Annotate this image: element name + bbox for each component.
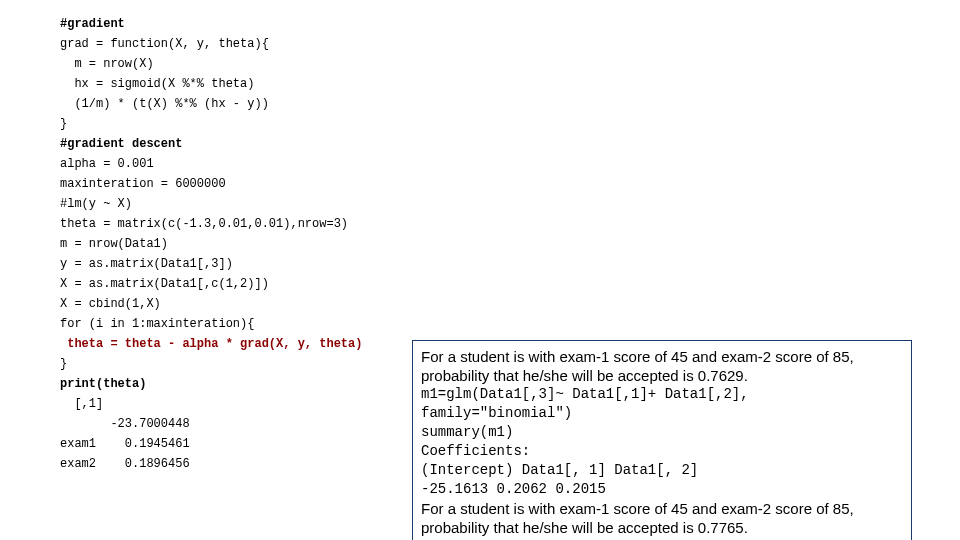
code-line: X = cbind(1,X) bbox=[60, 294, 362, 314]
code-line: exam2 0.1896456 bbox=[60, 454, 362, 474]
code-line: maxinteration = 6000000 bbox=[60, 174, 362, 194]
code-line: m = nrow(Data1) bbox=[60, 234, 362, 254]
code-line: exam1 0.1945461 bbox=[60, 434, 362, 454]
code-line: X = as.matrix(Data1[,c(1,2)]) bbox=[60, 274, 362, 294]
annotation-line: For a student is with exam-1 score of 45… bbox=[421, 347, 903, 385]
annotation-line: summary(m1) bbox=[421, 423, 903, 442]
code-line: #lm(y ~ X) bbox=[60, 194, 362, 214]
code-line: (1/m) * (t(X) %*% (hx - y)) bbox=[60, 94, 362, 114]
code-line: [,1] bbox=[60, 394, 362, 414]
annotation-line: -25.1613 0.2062 0.2015 bbox=[421, 480, 903, 499]
code-line: -23.7000448 bbox=[60, 414, 362, 434]
annotation-line: (Intercept) Data1[, 1] Data1[, 2] bbox=[421, 461, 903, 480]
code-line: #gradient bbox=[60, 14, 362, 34]
code-line: y = as.matrix(Data1[,3]) bbox=[60, 254, 362, 274]
code-line: #gradient descent bbox=[60, 134, 362, 154]
code-line: hx = sigmoid(X %*% theta) bbox=[60, 74, 362, 94]
code-line: } bbox=[60, 354, 362, 374]
code-line: grad = function(X, y, theta){ bbox=[60, 34, 362, 54]
code-line: alpha = 0.001 bbox=[60, 154, 362, 174]
code-block: #gradient grad = function(X, y, theta){ … bbox=[60, 14, 362, 474]
code-line: m = nrow(X) bbox=[60, 54, 362, 74]
code-line: } bbox=[60, 114, 362, 134]
annotation-line: m1=glm(Data1[,3]~ Data1[,1]+ Data1[,2], … bbox=[421, 385, 903, 423]
code-line: theta = theta - alpha * grad(X, y, theta… bbox=[60, 334, 362, 354]
annotation-line: For a student is with exam-1 score of 45… bbox=[421, 499, 903, 537]
annotation-line: Coefficients: bbox=[421, 442, 903, 461]
code-line: print(theta) bbox=[60, 374, 362, 394]
annotation-box: For a student is with exam-1 score of 45… bbox=[412, 340, 912, 540]
code-line: theta = matrix(c(-1.3,0.01,0.01),nrow=3) bbox=[60, 214, 362, 234]
code-line: for (i in 1:maxinteration){ bbox=[60, 314, 362, 334]
